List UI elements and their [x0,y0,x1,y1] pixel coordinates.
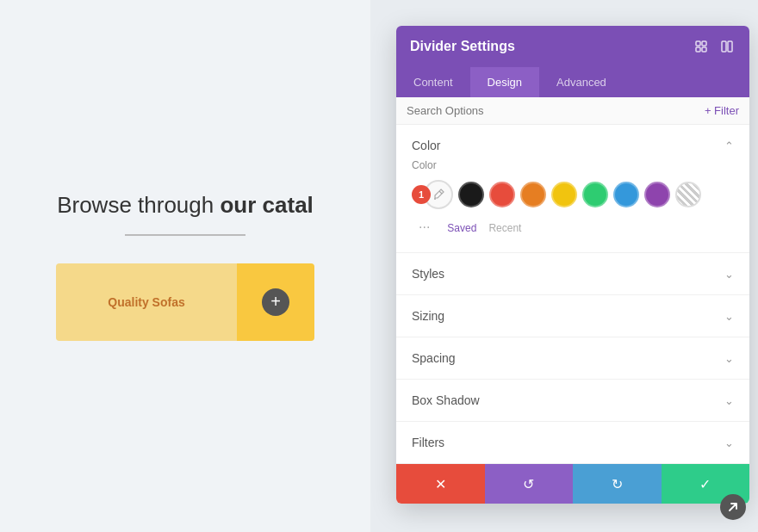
swatch-green[interactable] [582,182,608,207]
section-spacing-title: Spacing [412,351,456,365]
section-filters: Filters ⌄ [396,422,749,464]
filter-button[interactable]: + Filter [705,104,739,117]
search-bar: + Filter [396,97,749,125]
color-content: Color 1 [396,159,749,252]
cancel-button[interactable]: ✕ [396,464,485,504]
panel-header: Divider Settings [396,26,749,67]
tab-advanced[interactable]: Advanced [539,67,624,97]
canvas-card-sofas: Quality Sofas [56,263,237,341]
section-styles-header[interactable]: Styles ⌄ [396,253,749,294]
svg-rect-5 [728,41,732,52]
section-box-shadow-title: Box Shadow [412,393,480,407]
svg-rect-3 [702,47,706,52]
canvas-card-right: + [237,263,314,341]
panel-expand-icon[interactable] [693,38,710,55]
color-label: Color [412,159,734,171]
section-spacing: Spacing ⌄ [396,337,749,380]
panel-tabs: Content Design Advanced [396,67,749,97]
recent-label[interactable]: Recent [488,222,521,234]
section-color-chevron: ⌃ [724,139,734,152]
color-swatch-row: 1 [412,180,734,209]
canvas-add-button[interactable]: + [262,288,289,316]
bottom-right-icon[interactable] [720,494,746,520]
saved-recent-row: Saved Recent [444,222,521,234]
swatch-blue[interactable] [613,182,639,207]
panel-title: Divider Settings [410,39,515,54]
redo-button[interactable]: ↻ [573,464,662,504]
section-filters-header[interactable]: Filters ⌄ [396,422,749,463]
section-box-shadow-chevron: ⌄ [724,394,734,407]
canvas-cards: Quality Sofas + [56,263,314,341]
section-color-header[interactable]: Color ⌃ [396,125,749,159]
panel-columns-icon[interactable] [718,38,736,55]
color-more-button[interactable]: ··· [413,216,435,238]
section-color-title: Color [412,139,440,152]
section-filters-title: Filters [412,436,444,449]
section-color: Color ⌃ Color 1 [396,125,749,253]
svg-rect-2 [696,47,700,52]
svg-point-7 [434,198,436,200]
color-badge: 1 [412,185,431,204]
swatch-black[interactable] [458,182,484,207]
canvas-browse-text: Browse through our catal [57,192,314,219]
section-sizing-header[interactable]: Sizing ⌄ [396,295,749,337]
svg-rect-4 [722,41,726,52]
tab-design[interactable]: Design [470,67,539,97]
swatch-purple[interactable] [644,182,670,207]
section-sizing: Sizing ⌄ [396,295,749,337]
section-box-shadow: Box Shadow ⌄ [396,380,749,422]
swatch-red[interactable] [489,182,515,207]
svg-rect-0 [696,41,700,46]
section-sizing-title: Sizing [412,309,444,323]
section-filters-chevron: ⌄ [724,436,734,449]
search-input[interactable] [407,104,705,117]
saved-label[interactable]: Saved [447,222,476,234]
section-spacing-header[interactable]: Spacing ⌄ [396,337,749,379]
swatch-yellow[interactable] [551,182,577,207]
section-box-shadow-header[interactable]: Box Shadow ⌄ [396,380,749,421]
settings-panel: Divider Settings Content Design Advanc [396,26,749,504]
canvas-divider [125,234,245,236]
section-styles: Styles ⌄ [396,253,749,295]
panel-body: Color ⌃ Color 1 [396,125,749,464]
section-spacing-chevron: ⌄ [724,352,734,365]
svg-rect-1 [702,41,706,46]
panel-footer: ✕ ↺ ↻ ✓ [396,464,749,504]
section-styles-chevron: ⌄ [724,268,734,281]
swatch-orange[interactable] [520,182,546,207]
section-styles-title: Styles [412,267,444,281]
undo-button[interactable]: ↺ [485,464,574,504]
svg-line-6 [439,191,442,194]
panel-header-icons [693,38,736,55]
section-sizing-chevron: ⌄ [724,310,734,323]
canvas-area: Browse through our catal Quality Sofas + [0,0,370,532]
swatch-transparent[interactable] [675,182,701,207]
tab-content[interactable]: Content [396,67,470,97]
